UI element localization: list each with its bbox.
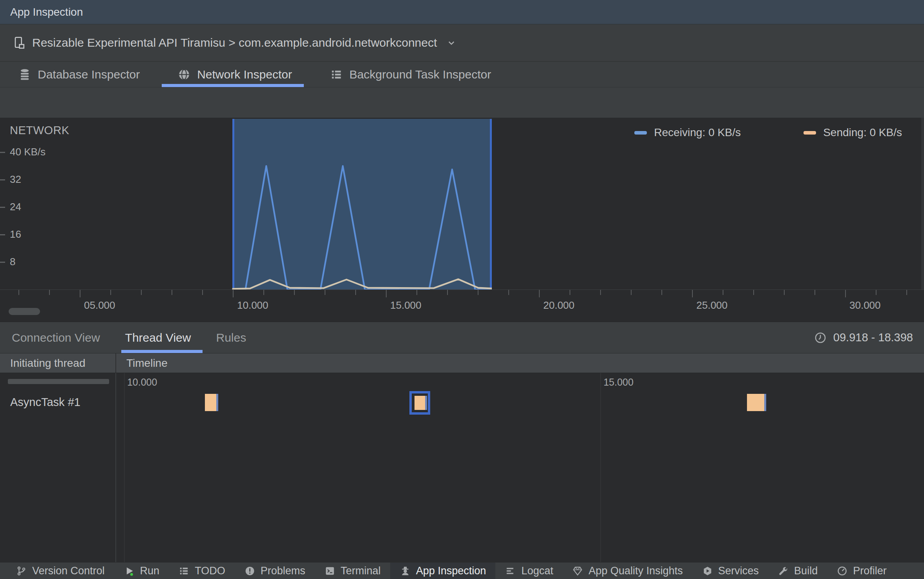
y-axis-tick	[0, 152, 5, 153]
tab-label: Database Inspector	[38, 68, 140, 81]
toolwindow-button-build[interactable]: Build	[768, 563, 827, 579]
task-list-icon	[330, 68, 343, 81]
x-axis-minor-tick	[661, 290, 662, 295]
x-axis-minor-tick	[294, 290, 295, 295]
tab-label: Background Task Inspector	[349, 68, 491, 81]
timeline-ruler: 10.00015.000	[0, 373, 924, 390]
y-axis-label: 8	[10, 256, 15, 268]
selected-time-range: 09.918 - 18.398	[814, 322, 913, 353]
thread-row-label[interactable]: AsyncTask #1	[10, 396, 80, 409]
problems-icon	[244, 565, 256, 577]
todo-icon	[178, 565, 190, 577]
x-axis-minor-tick	[814, 290, 815, 295]
toolwindow-button-todo[interactable]: TODO	[169, 563, 235, 579]
x-axis-label: 05.000	[84, 299, 115, 311]
toolwindow-button-label: Version Control	[32, 565, 105, 577]
device-process-selector[interactable]: Resizable Experimental API Tiramisu > co…	[0, 24, 924, 62]
toolwindow-button-problems[interactable]: Problems	[235, 563, 315, 579]
toolwindow-button-services[interactable]: Services	[692, 563, 769, 579]
x-axis-label: 15.000	[390, 299, 422, 311]
timeline-ruler-label: 15.000	[603, 377, 633, 388]
y-axis-tick	[0, 207, 5, 208]
version-control-icon	[16, 565, 27, 577]
x-axis-minor-tick	[18, 290, 19, 295]
toolwindow-button-app-inspection[interactable]: App Inspection	[390, 563, 496, 579]
app-inspection-icon	[400, 565, 411, 577]
tool-window-bar: Version ControlRunTODOProblemsTerminalAp…	[0, 562, 924, 579]
toolwindow-button-logcat[interactable]: Logcat	[495, 563, 562, 579]
view-tab-thread-view[interactable]: Thread View	[125, 322, 191, 353]
x-axis-minor-tick	[631, 290, 632, 295]
toolwindow-button-version-control[interactable]: Version Control	[6, 563, 114, 579]
network-series-lines	[0, 118, 924, 290]
horizontal-scrollbar-thumb[interactable]	[9, 308, 40, 315]
profiler-icon	[836, 565, 848, 577]
tab-label: Network Inspector	[197, 68, 292, 81]
column-header-initiating-thread: Initiating thread	[0, 353, 116, 373]
thread-rows-area: AsyncTask #1	[0, 390, 924, 562]
x-axis-minor-tick	[110, 290, 111, 295]
toolwindow-button-label: App Inspection	[416, 565, 486, 577]
x-axis-minor-tick	[784, 290, 785, 295]
timeline-gridline	[124, 390, 125, 562]
chart-x-axis: 05.00010.00015.00020.00025.00030.000	[0, 290, 924, 322]
view-tab-connection-view[interactable]: Connection View	[12, 322, 100, 353]
network-event-block[interactable]	[415, 396, 425, 410]
network-view-tabs: Connection ViewThread ViewRules 09.918 -…	[0, 322, 924, 353]
x-axis-minor-tick	[141, 290, 142, 295]
tool-window-titlebar: App Inspection	[0, 0, 924, 24]
tab-database-inspector[interactable]: Database Inspector	[18, 62, 140, 87]
network-event-block[interactable]	[747, 394, 764, 411]
series-line-sending	[232, 279, 492, 289]
toolwindow-button-label: Logcat	[521, 565, 553, 577]
y-axis-label: 32	[10, 173, 21, 186]
services-icon	[702, 565, 713, 577]
x-axis-label: 25.000	[696, 299, 728, 311]
thread-column-scrollbar-thumb[interactable]	[8, 379, 109, 384]
y-axis-label: 16	[10, 228, 21, 240]
x-axis-label: 30.000	[849, 299, 881, 311]
build-icon	[778, 565, 789, 577]
toolwindow-button-label: App Quality Insights	[588, 565, 683, 577]
network-event-block[interactable]	[205, 394, 216, 411]
clock-icon	[814, 331, 827, 344]
toolwindow-button-app-quality-insights[interactable]: App Quality Insights	[562, 563, 692, 579]
x-axis-major-tick	[539, 290, 540, 297]
timeline-gridline	[600, 373, 601, 390]
y-axis-tick	[0, 262, 5, 263]
toolwindow-button-run[interactable]: Run	[114, 563, 169, 579]
x-axis-minor-tick	[416, 290, 417, 295]
x-axis-minor-tick	[508, 290, 509, 295]
thread-table-header: Initiating thread Timeline	[0, 353, 924, 373]
terminal-icon	[324, 565, 336, 577]
x-axis-minor-tick	[202, 290, 203, 295]
toolwindow-button-profiler[interactable]: Profiler	[827, 563, 896, 579]
x-axis-minor-tick	[478, 290, 478, 295]
selected-network-event[interactable]	[409, 391, 430, 415]
column-divider[interactable]	[115, 390, 116, 562]
tool-window-title: App Inspection	[10, 6, 83, 18]
receiving-sliver	[216, 394, 218, 411]
toolwindow-button-terminal[interactable]: Terminal	[315, 563, 390, 579]
receiving-sliver	[764, 394, 766, 411]
y-axis-label: 40 KB/s	[10, 146, 46, 158]
tab-network-inspector[interactable]: Network Inspector	[177, 62, 292, 87]
network-usage-chart[interactable]: NETWORK Receiving: 0 KB/sSending: 0 KB/s…	[0, 118, 924, 290]
view-tab-rules[interactable]: Rules	[216, 322, 246, 353]
x-axis-minor-tick	[876, 290, 877, 295]
x-axis-minor-tick	[172, 290, 172, 295]
chevron-down-icon	[443, 37, 457, 49]
timeline-gridline	[124, 373, 125, 390]
column-header-timeline: Timeline	[116, 353, 924, 373]
x-axis-major-tick	[80, 290, 80, 297]
timeline-gridline	[600, 390, 601, 562]
toolwindow-button-label: Run	[140, 565, 160, 577]
logcat-icon	[505, 565, 516, 577]
column-divider[interactable]	[115, 373, 116, 390]
toolwindow-button-label: Terminal	[341, 565, 381, 577]
tab-background-task-inspector[interactable]: Background Task Inspector	[330, 62, 491, 87]
device-process-label: Resizable Experimental API Tiramisu > co…	[32, 36, 437, 49]
time-range-label: 09.918 - 18.398	[833, 331, 913, 344]
x-axis-major-tick	[233, 290, 234, 297]
x-axis-minor-tick	[723, 290, 723, 295]
